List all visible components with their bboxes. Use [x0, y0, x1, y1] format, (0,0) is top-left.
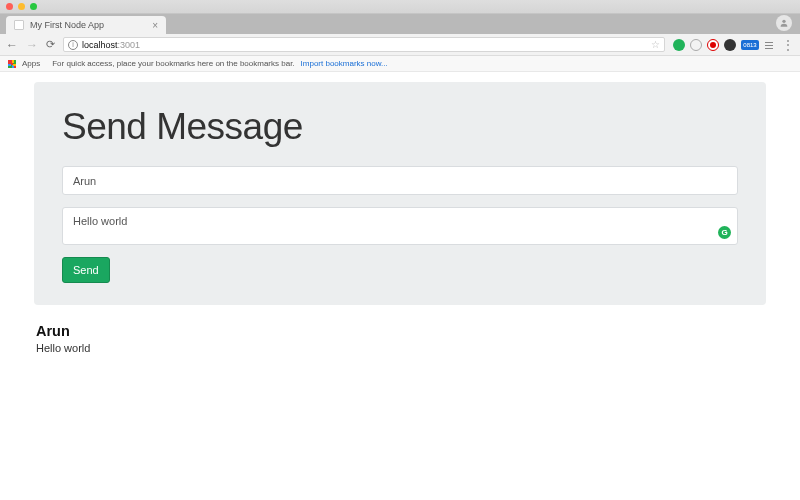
bookmark-star-icon[interactable]: ☆	[651, 39, 660, 50]
grammarly-indicator-icon[interactable]: G	[718, 226, 731, 239]
message-input-value: Hello world	[73, 215, 127, 227]
nav-back-icon[interactable]: ←	[6, 38, 18, 52]
apps-icon[interactable]	[8, 60, 16, 68]
message-list: Arun Hello world	[34, 323, 766, 354]
browser-menu-icon[interactable]: ⋮	[782, 38, 794, 52]
message-form-panel: Send Message Arun Hello world G Send	[34, 82, 766, 305]
url-host: localhost	[82, 40, 118, 50]
apps-label[interactable]: Apps	[22, 59, 40, 68]
window-zoom-dot[interactable]	[30, 3, 37, 10]
message-body: Hello world	[36, 342, 766, 354]
extension-icons: 0813	[673, 39, 774, 51]
bookmarks-bar: Apps For quick access, place your bookma…	[0, 56, 800, 72]
profile-avatar-icon[interactable]	[776, 15, 792, 31]
message-input[interactable]: Hello world G	[62, 207, 738, 245]
browser-tab[interactable]: My First Node App ×	[6, 16, 166, 34]
address-bar[interactable]: i localhost:3001 ☆	[63, 37, 665, 52]
tab-close-icon[interactable]: ×	[152, 20, 158, 31]
message-author: Arun	[36, 323, 766, 339]
nav-forward-icon: →	[26, 38, 38, 52]
name-input-value: Arun	[73, 175, 96, 187]
form-heading: Send Message	[62, 106, 738, 148]
send-button[interactable]: Send	[62, 257, 110, 283]
message-item: Arun Hello world	[36, 323, 766, 354]
page-content: Send Message Arun Hello world G Send Aru…	[0, 72, 800, 354]
svg-point-0	[782, 20, 785, 23]
window-minimize-dot[interactable]	[18, 3, 25, 10]
extension-generic-icon[interactable]	[690, 39, 702, 51]
extension-grammarly-icon[interactable]	[673, 39, 685, 51]
window-titlebar	[0, 0, 800, 14]
favicon-icon	[14, 20, 24, 30]
tab-strip: My First Node App ×	[0, 14, 800, 34]
name-input[interactable]: Arun	[62, 166, 738, 195]
browser-toolbar: ← → ⟳ i localhost:3001 ☆ 0813 ⋮	[0, 34, 800, 56]
reload-icon[interactable]: ⟳	[46, 38, 55, 51]
extension-dark-icon[interactable]	[724, 39, 736, 51]
url-port: :3001	[118, 40, 141, 50]
window-close-dot[interactable]	[6, 3, 13, 10]
extension-adblock-icon[interactable]	[707, 39, 719, 51]
import-bookmarks-link[interactable]: Import bookmarks now...	[301, 59, 388, 68]
tab-title: My First Node App	[30, 20, 104, 30]
site-info-icon[interactable]: i	[68, 40, 78, 50]
extension-menu-icon[interactable]	[764, 40, 774, 50]
bookmarks-hint: For quick access, place your bookmarks h…	[52, 59, 294, 68]
send-button-label: Send	[73, 264, 99, 276]
extension-badge-icon[interactable]: 0813	[741, 40, 759, 50]
